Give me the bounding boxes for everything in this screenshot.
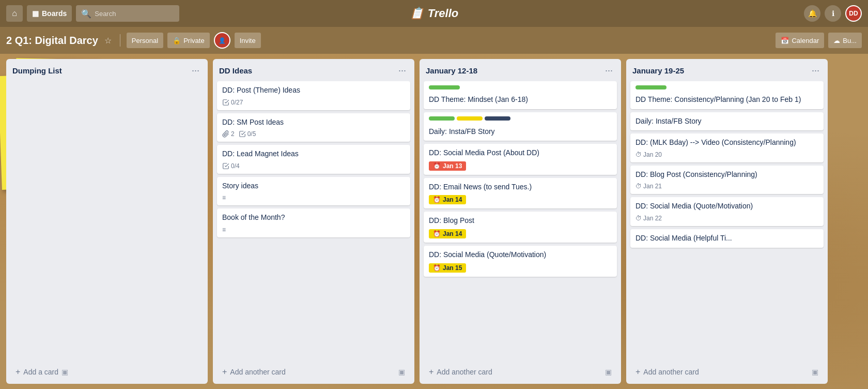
list-menu-button-jan-12[interactable]: ··· <box>603 64 615 77</box>
add-another-card-button-jan19[interactable]: + Add another card ▣ <box>630 363 824 381</box>
top-nav: ⌂ ▦ Boards 🔍 📋 Trello 🔔 ℹ DD <box>0 0 868 27</box>
add-another-card-button-dd-ideas[interactable]: + Add another card ▣ <box>217 363 410 381</box>
notification-button[interactable]: 🔔 <box>804 5 820 22</box>
clock-icon: ⏱ <box>636 215 642 222</box>
home-button[interactable]: ⌂ <box>6 5 23 22</box>
card-meta: 0/4 <box>222 162 405 170</box>
card-template-icon-dumping[interactable]: ▣ <box>61 368 68 376</box>
card-title: DD: Social Media Post (About DD) <box>429 148 612 158</box>
date-badge-jan15: ⏰ Jan 15 <box>429 263 466 273</box>
member-avatar[interactable]: 👤 <box>214 32 230 49</box>
butler-button[interactable]: ☁ Bu... <box>828 33 862 48</box>
card-meta: ⏰ Jan 15 <box>429 263 612 273</box>
list-menu-button-dumping[interactable]: ··· <box>190 64 202 77</box>
list-footer-jan-19: + Add another card ▣ <box>626 360 828 384</box>
card-title: DD: Lead Magnet Ideas <box>222 149 405 159</box>
list-title-jan-19: January 19-25 <box>632 66 684 75</box>
list-cards-jan-19: DD Theme: Consistency/Planning (Jan 20 t… <box>626 81 828 360</box>
date-text: Jan 15 <box>443 264 462 272</box>
card-email-news[interactable]: DD: Email News (to send Tues.) ⏰ Jan 14 <box>424 178 617 209</box>
info-button[interactable]: ℹ <box>825 5 841 22</box>
card-daily-story-1[interactable]: Daily: Insta/FB Story <box>424 112 617 141</box>
card-template-icon[interactable]: ▣ <box>605 368 612 376</box>
card-title: DD: Blog Post (Consistency/Planning) <box>636 170 818 180</box>
nav-right: 🔔 ℹ DD <box>804 5 862 22</box>
card-social-quote-2[interactable]: DD: Social Media (Quote/Motivation) ⏱ Ja… <box>630 197 824 226</box>
star-button[interactable]: ☆ <box>102 34 114 48</box>
list-title-dd-ideas: DD Ideas <box>219 66 252 75</box>
card-theme-mindset[interactable]: DD Theme: Mindset (Jan 6-18) <box>424 81 617 109</box>
card-meta: 0/27 <box>222 99 405 106</box>
private-label: Private <box>183 37 204 44</box>
trello-logo: 📋 Trello <box>410 7 459 20</box>
label-green <box>429 116 455 121</box>
calendar-label: Calendar <box>792 37 819 44</box>
boards-button[interactable]: ▦ Boards <box>27 5 72 22</box>
card-title: DD: SM Post Ideas <box>222 117 405 128</box>
clock-icon: ⏰ <box>433 162 441 170</box>
checklist-badge: 0/4 <box>222 162 240 170</box>
list-dd-ideas: DD Ideas ··· DD: Post (Theme) Ideas 0/27… <box>213 59 414 384</box>
calendar-button[interactable]: 📅 Calendar <box>776 33 824 48</box>
list-menu-button-jan-19[interactable]: ··· <box>810 64 822 77</box>
list-jan-12-18: January 12-18 ··· DD Theme: Mindset (Jan… <box>420 59 621 384</box>
card-social-helpful[interactable]: DD: Social Media (Helpful Ti... <box>630 229 824 248</box>
card-title: Book of the Month? <box>222 213 405 223</box>
personal-label: Personal <box>132 37 158 44</box>
search-icon: 🔍 <box>81 9 91 19</box>
color-label-green <box>429 85 460 89</box>
card-book-of-month[interactable]: Book of the Month? ≡ <box>217 208 410 237</box>
card-template-icon[interactable]: ▣ <box>812 368 818 376</box>
list-menu-button-dd-ideas[interactable]: ··· <box>396 64 408 77</box>
user-avatar[interactable]: DD <box>845 5 862 22</box>
checklist-count: 0/5 <box>247 130 256 138</box>
card-title: Daily: Insta/FB Story <box>429 127 612 137</box>
invite-label: Invite <box>240 37 256 44</box>
list-title-dumping: Dumping List <box>12 66 62 75</box>
header-divider <box>120 34 120 47</box>
list-header-dumping: Dumping List ··· <box>6 59 208 81</box>
card-title: DD: Email News (to send Tues.) <box>429 182 612 192</box>
board-canvas: Dumping List ··· + Add a card ▣ DD Ideas… <box>0 54 868 389</box>
list-cards-jan-12: DD Theme: Mindset (Jan 6-18) Daily: Inst… <box>420 81 621 360</box>
calendar-icon: 📅 <box>781 37 789 44</box>
private-tag[interactable]: 🔒 Private <box>167 33 209 48</box>
card-mlk-video[interactable]: DD: (MLK Bday) --> Video (Consistency/Pl… <box>630 133 824 162</box>
card-theme-consistency[interactable]: DD Theme: Consistency/Planning (Jan 20 t… <box>630 81 824 109</box>
search-input[interactable] <box>95 10 172 18</box>
boards-icon: ▦ <box>32 9 39 18</box>
date-text: Jan 14 <box>443 230 462 237</box>
card-social-media-about[interactable]: DD: Social Media Post (About DD) ⏰ Jan 1… <box>424 144 617 175</box>
search-bar[interactable]: 🔍 <box>76 5 179 22</box>
card-blog-consistency[interactable]: DD: Blog Post (Consistency/Planning) ⏱ J… <box>630 166 824 194</box>
boards-label: Boards <box>42 9 67 18</box>
description-badge: ≡ <box>222 226 226 233</box>
add-another-label: Add another card <box>643 368 699 376</box>
card-title: DD: Blog Post <box>429 216 612 226</box>
card-meta: 2 0/5 <box>222 130 405 138</box>
card-post-theme-ideas[interactable]: DD: Post (Theme) Ideas 0/27 <box>217 81 410 110</box>
card-meta: ≡ <box>222 226 405 233</box>
card-lead-magnet[interactable]: DD: Lead Magnet Ideas 0/4 <box>217 145 410 174</box>
add-another-card-button-jan12[interactable]: + Add another card ▣ <box>424 363 617 381</box>
label-dark-blue <box>485 116 510 121</box>
personal-tag[interactable]: Personal <box>127 33 163 48</box>
date-text: Jan 21 <box>643 183 662 190</box>
invite-button[interactable]: Invite <box>235 33 261 48</box>
add-card-button-dumping[interactable]: + Add a card ▣ <box>10 363 73 381</box>
date-text: Jan 14 <box>443 196 462 203</box>
date-plain-jan22: ⏱ Jan 22 <box>636 215 662 222</box>
lock-icon: 🔒 <box>173 37 181 44</box>
butler-icon: ☁ <box>833 37 840 44</box>
clock-icon: ⏰ <box>433 264 441 272</box>
card-social-quote-motivation[interactable]: DD: Social Media (Quote/Motivation) ⏰ Ja… <box>424 246 617 277</box>
card-template-icon[interactable]: ▣ <box>398 368 405 376</box>
list-dumping-list: Dumping List ··· + Add a card ▣ <box>6 59 208 384</box>
plus-icon: + <box>222 367 227 377</box>
card-meta: ⏰ Jan 14 <box>429 195 612 204</box>
card-story-ideas[interactable]: Story ideas ≡ <box>217 177 410 206</box>
card-blog-post-1[interactable]: DD: Blog Post ⏰ Jan 14 <box>424 212 617 243</box>
card-sm-post-ideas[interactable]: DD: SM Post Ideas 2 0/5 <box>217 113 410 142</box>
card-daily-story-2[interactable]: Daily: Insta/FB Story <box>630 112 824 131</box>
card-title: DD Theme: Mindset (Jan 6-18) <box>429 95 612 105</box>
